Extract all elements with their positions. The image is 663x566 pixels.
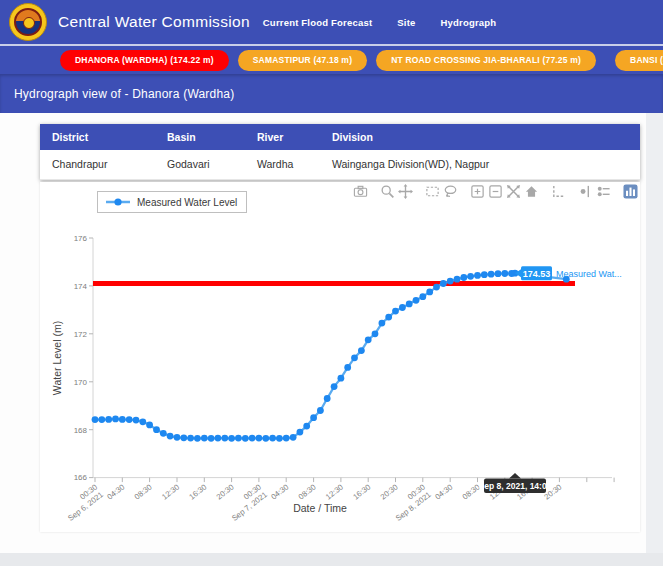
svg-text:168: 168	[74, 426, 88, 435]
hover-trace-label: Measured Wat...	[556, 269, 622, 279]
svg-text:12:30: 12:30	[324, 482, 345, 502]
plotly-logo-icon[interactable]	[623, 184, 638, 199]
svg-text:08:30: 08:30	[133, 482, 154, 502]
spike-lines-icon[interactable]	[551, 184, 566, 199]
svg-text:20:30: 20:30	[379, 482, 400, 502]
plotly-modebar	[353, 184, 638, 199]
station-info-card: DistrictBasinRiverDivisionChandrapurGoda…	[40, 124, 640, 180]
table-row: ChandrapurGodavariWardhaWainganga Divisi…	[40, 150, 640, 180]
content-area: DistrictBasinRiverDivisionChandrapurGoda…	[0, 113, 646, 553]
zoom-in-icon[interactable]	[470, 184, 485, 199]
hover-compare-icon[interactable]	[596, 184, 611, 199]
svg-text:16:30: 16:30	[351, 482, 372, 502]
right-gutter	[646, 113, 663, 553]
zoom-out-icon[interactable]	[488, 184, 503, 199]
box-select-icon[interactable]	[425, 184, 440, 199]
menu-item-current-flood-forecast[interactable]: Current Flood Forecast	[263, 17, 372, 28]
svg-text:Sep 8, 2021, 14:00: Sep 8, 2021, 14:00	[479, 481, 552, 491]
table-cell-river: Wardha	[245, 150, 320, 180]
menu-item-site[interactable]: Site	[397, 17, 415, 28]
legend-label: Measured Water Level	[137, 197, 237, 208]
footer-strip	[0, 553, 663, 566]
menu-item-hydrograph[interactable]: Hydrograph	[441, 17, 497, 28]
svg-text:00:30Sep 6, 2021: 00:30Sep 6, 2021	[60, 482, 105, 523]
legend-line-sample	[105, 193, 131, 211]
pan-icon[interactable]	[398, 184, 413, 199]
station-tab-2[interactable]: NT ROAD CROSSING JIA-BHARALI (77.25 m)	[376, 50, 596, 71]
svg-text:08:30: 08:30	[297, 482, 318, 502]
y-axis-title: Water Level (m)	[51, 321, 63, 395]
app-navbar: Central Water Commission Current Flood F…	[0, 0, 663, 44]
chart-plot-area[interactable]: 16616817017217417600:30Sep 6, 202104:300…	[40, 182, 640, 532]
hover-x-tooltip: Sep 8, 2021, 14:00	[479, 473, 552, 493]
reset-home-icon[interactable]	[524, 184, 539, 199]
camera-icon[interactable]	[353, 184, 368, 199]
navbar-menu: Current Flood ForecastSiteHydrograph	[263, 17, 497, 28]
cwc-logo-icon	[9, 3, 47, 41]
svg-text:12:30: 12:30	[160, 482, 181, 502]
station-tab-1[interactable]: SAMASTIPUR (47.18 m)	[238, 50, 367, 71]
station-info-table: DistrictBasinRiverDivisionChandrapurGoda…	[40, 124, 640, 180]
table-cell-district: Chandrapur	[40, 150, 155, 180]
svg-text:16:30: 16:30	[187, 482, 208, 502]
hover-value-badge: 174.53Measured Wat...	[515, 266, 622, 280]
page-root: Central Water Commission Current Flood F…	[0, 0, 663, 566]
svg-text:174: 174	[74, 282, 88, 291]
svg-text:20:30: 20:30	[215, 482, 236, 502]
table-header-river: River	[245, 124, 320, 150]
measured-water-level-series[interactable]	[92, 270, 570, 442]
autoscale-icon[interactable]	[506, 184, 521, 199]
table-header-basin: Basin	[155, 124, 245, 150]
svg-text:04:30: 04:30	[433, 482, 454, 502]
station-tabs-strip: DHANORA (WARDHA) (174.22 m)SAMASTIPUR (4…	[0, 44, 663, 74]
station-tab-active-0[interactable]: DHANORA (WARDHA) (174.22 m)	[60, 50, 229, 71]
table-cell-basin: Godavari	[155, 150, 245, 180]
svg-text:04:30: 04:30	[105, 482, 126, 502]
station-tab-3[interactable]: BANSI (85.41 m)	[615, 50, 663, 71]
table-header-division: Division	[320, 124, 640, 150]
page-title: Hydrograph view of - Dhanora (Wardha)	[14, 87, 234, 101]
zoom-icon[interactable]	[380, 184, 395, 199]
hydrograph-chart-card: Measured Water Level 1661681701721741760…	[40, 182, 640, 532]
svg-text:170: 170	[74, 378, 88, 387]
table-cell-division: Wainganga Division(WD), Nagpur	[320, 150, 640, 180]
chart-legend[interactable]: Measured Water Level	[97, 191, 247, 213]
svg-text:172: 172	[74, 330, 88, 339]
x-axis-title: Date / Time	[293, 502, 347, 514]
page-title-bar: Hydrograph view of - Dhanora (Wardha)	[0, 74, 663, 113]
lasso-icon[interactable]	[443, 184, 458, 199]
table-header-district: District	[40, 124, 155, 150]
svg-text:174.53: 174.53	[523, 269, 551, 279]
svg-text:166: 166	[74, 473, 88, 482]
svg-text:04:30: 04:30	[269, 482, 290, 502]
cwc-emblem-icon	[14, 8, 42, 36]
app-title: Central Water Commission	[58, 13, 250, 31]
svg-text:176: 176	[74, 234, 88, 243]
hover-closest-icon[interactable]	[578, 184, 593, 199]
